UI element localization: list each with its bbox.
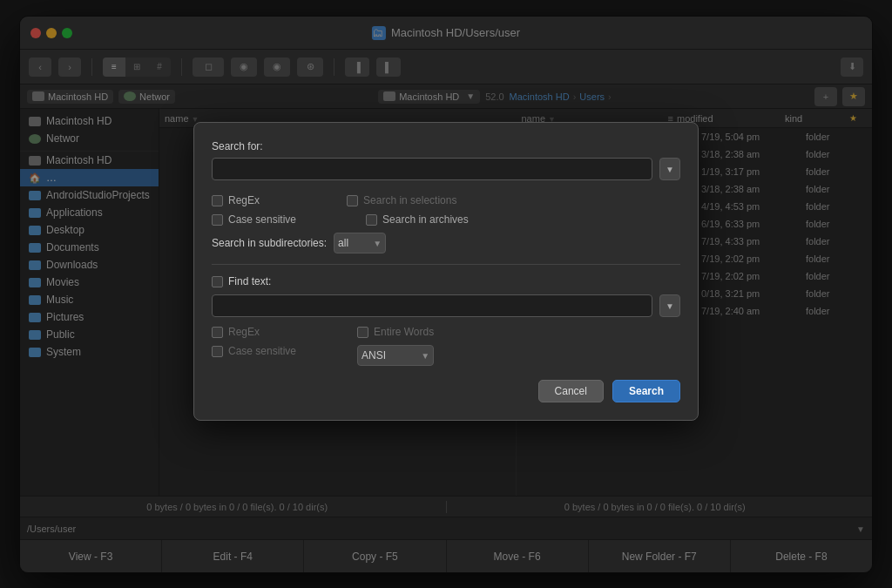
find-regex-checkbox[interactable]: RegEx bbox=[212, 326, 296, 338]
find-text-dropdown[interactable]: ▼ bbox=[659, 294, 680, 317]
search-in-archives-cb-box bbox=[366, 214, 377, 226]
subdirs-select[interactable]: all ▼ bbox=[334, 233, 386, 253]
case-sensitive-cb-box bbox=[212, 214, 223, 226]
find-text-input[interactable] bbox=[212, 294, 652, 317]
search-dropdown-button[interactable]: ▼ bbox=[659, 158, 680, 180]
cancel-button[interactable]: Cancel bbox=[538, 380, 604, 402]
search-dialog: Search for: ▼ RegEx Search in selections bbox=[193, 122, 699, 421]
find-case-checkbox[interactable]: Case sensitive bbox=[212, 345, 296, 357]
search-in-selections-cb-box bbox=[347, 195, 358, 206]
find-text-section: Find text: ▼ RegEx Case bbox=[212, 275, 680, 366]
search-in-archives-checkbox[interactable]: Search in archives bbox=[366, 213, 469, 226]
search-button[interactable]: Search bbox=[612, 380, 680, 402]
find-case-cb-box bbox=[212, 346, 223, 357]
find-options-row: RegEx Case sensitive Entire Words bbox=[212, 326, 680, 366]
main-window: 🗂 Macintosh HD/Users/user ‹ › ≡ ⊞ # ◻ ◉ … bbox=[19, 16, 873, 573]
search-input[interactable] bbox=[212, 158, 652, 180]
find-text-checkbox[interactable] bbox=[212, 276, 223, 287]
options-row-1: RegEx Search in selections bbox=[212, 194, 680, 206]
encoding-select[interactable]: ANSI ▼ bbox=[357, 345, 434, 366]
subdirs-arrow-icon: ▼ bbox=[373, 239, 382, 248]
regex-checkbox[interactable]: RegEx bbox=[212, 194, 260, 206]
entire-words-cb-box bbox=[357, 327, 368, 338]
regex-cb-box bbox=[212, 195, 223, 206]
find-text-label: Find text: bbox=[228, 275, 271, 287]
subdirs-label: Search in subdirectories: bbox=[212, 237, 327, 249]
search-input-row: ▼ bbox=[212, 158, 680, 180]
entire-words-checkbox[interactable]: Entire Words bbox=[357, 326, 434, 338]
find-regex-cb-box bbox=[212, 327, 223, 338]
dialog-buttons: Cancel Search bbox=[212, 380, 680, 402]
modal-overlay: Search for: ▼ RegEx Search in selections bbox=[19, 16, 873, 573]
encoding-arrow-icon: ▼ bbox=[421, 351, 429, 361]
find-text-input-row: ▼ bbox=[212, 294, 680, 317]
search-in-selections-checkbox[interactable]: Search in selections bbox=[347, 194, 456, 206]
search-for-label: Search for: bbox=[212, 140, 680, 152]
case-sensitive-checkbox[interactable]: Case sensitive bbox=[212, 213, 296, 226]
dialog-divider bbox=[212, 264, 680, 265]
options-row-2: Case sensitive Search in archives bbox=[212, 213, 680, 226]
subdirs-row: Search in subdirectories: all ▼ bbox=[212, 233, 680, 253]
search-for-section: Search for: ▼ bbox=[212, 140, 680, 180]
find-text-header: Find text: bbox=[212, 275, 680, 287]
